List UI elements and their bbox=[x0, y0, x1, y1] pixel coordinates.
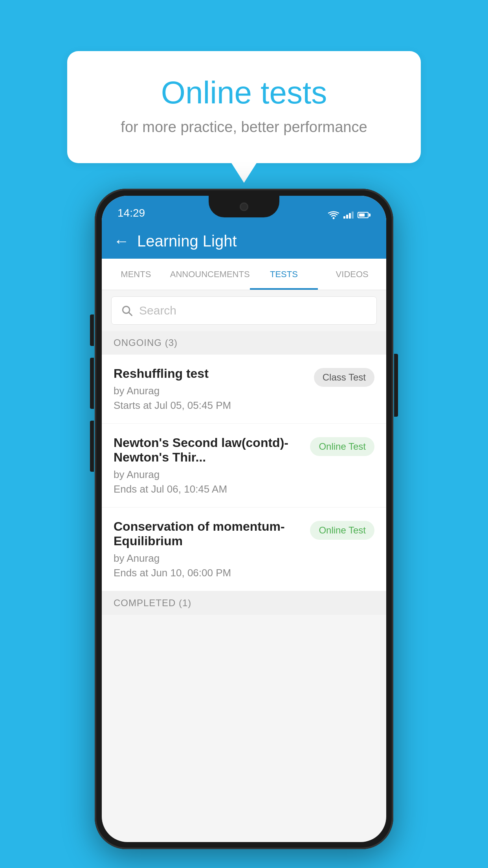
search-icon bbox=[121, 305, 133, 316]
svg-point-0 bbox=[333, 217, 335, 219]
test-date: Ends at Jun 10, 06:00 PM bbox=[114, 567, 302, 579]
test-item[interactable]: Newton's Second law(contd)-Newton's Thir… bbox=[102, 424, 386, 508]
test-badge: Online Test bbox=[310, 437, 374, 456]
test-item[interactable]: Conservation of momentum-Equilibrium by … bbox=[102, 508, 386, 591]
test-item-content: Newton's Second law(contd)-Newton's Thir… bbox=[114, 436, 310, 495]
tab-ments[interactable]: MENTS bbox=[102, 259, 170, 290]
phone-frame: 14:29 bbox=[95, 189, 393, 849]
signal-icon bbox=[343, 211, 354, 219]
test-list: Reshuffling test by Anurag Starts at Jul… bbox=[102, 355, 386, 591]
search-bar: Search bbox=[102, 290, 386, 331]
speech-bubble: Online tests for more practice, better p… bbox=[67, 51, 421, 163]
wifi-icon bbox=[328, 211, 339, 219]
tab-videos[interactable]: VIDEOS bbox=[318, 259, 386, 290]
tab-tests[interactable]: TESTS bbox=[250, 259, 318, 290]
speech-bubble-container: Online tests for more practice, better p… bbox=[67, 51, 421, 163]
search-input-wrapper[interactable]: Search bbox=[111, 296, 377, 325]
svg-line-2 bbox=[129, 313, 132, 316]
front-camera bbox=[240, 202, 248, 211]
phone-volume-down-button bbox=[90, 358, 94, 409]
test-name: Reshuffling test bbox=[114, 366, 306, 381]
test-item[interactable]: Reshuffling test by Anurag Starts at Jul… bbox=[102, 355, 386, 424]
test-badge: Online Test bbox=[310, 521, 374, 540]
phone-power-button bbox=[394, 354, 398, 417]
test-author: by Anurag bbox=[114, 552, 302, 565]
test-name: Newton's Second law(contd)-Newton's Thir… bbox=[114, 436, 302, 465]
test-date: Ends at Jul 06, 10:45 AM bbox=[114, 483, 302, 495]
phone-container: 14:29 bbox=[95, 189, 393, 849]
app-title: Learning Light bbox=[137, 232, 237, 250]
online-tests-title: Online tests bbox=[99, 75, 389, 111]
test-date: Starts at Jul 05, 05:45 PM bbox=[114, 399, 306, 412]
phone-volume-up-button bbox=[90, 314, 94, 346]
phone-notch bbox=[209, 196, 279, 217]
status-time: 14:29 bbox=[117, 207, 145, 219]
test-name: Conservation of momentum-Equilibrium bbox=[114, 519, 302, 548]
test-author: by Anurag bbox=[114, 385, 306, 397]
online-tests-subtitle: for more practice, better performance bbox=[99, 119, 389, 136]
completed-section-header: COMPLETED (1) bbox=[102, 591, 386, 615]
back-button[interactable]: ← bbox=[114, 232, 129, 250]
ongoing-section-header: ONGOING (3) bbox=[102, 331, 386, 355]
test-author: by Anurag bbox=[114, 469, 302, 481]
phone-volume-down2-button bbox=[90, 421, 94, 472]
battery-icon bbox=[358, 212, 371, 218]
test-badge: Class Test bbox=[314, 368, 374, 387]
test-item-content: Conservation of momentum-Equilibrium by … bbox=[114, 519, 310, 579]
phone-screen: 14:29 bbox=[102, 196, 386, 842]
search-placeholder: Search bbox=[139, 304, 176, 317]
app-header: ← Learning Light bbox=[102, 223, 386, 259]
status-icons bbox=[328, 211, 371, 219]
tab-announcements[interactable]: ANNOUNCEMENTS bbox=[170, 259, 250, 290]
tab-bar: MENTS ANNOUNCEMENTS TESTS VIDEOS bbox=[102, 259, 386, 290]
test-item-content: Reshuffling test by Anurag Starts at Jul… bbox=[114, 366, 314, 412]
